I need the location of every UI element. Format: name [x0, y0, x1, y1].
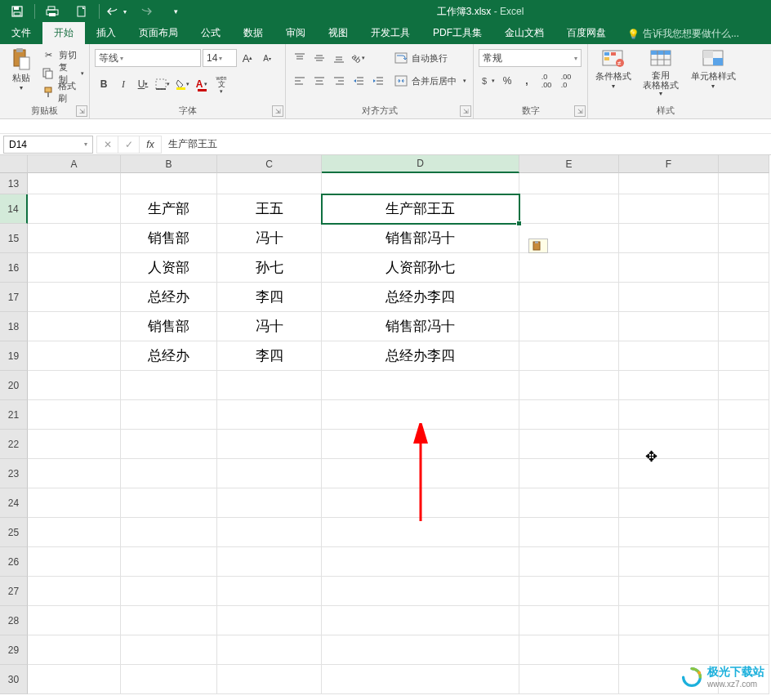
cell-G26[interactable]	[719, 547, 769, 577]
cell-D15[interactable]: 销售部冯十	[322, 224, 519, 253]
tab-baidu[interactable]: 百度网盘	[555, 22, 617, 44]
cell-D29[interactable]	[322, 635, 519, 665]
cell-G23[interactable]	[719, 459, 769, 488]
font-color-button[interactable]: A▾	[193, 75, 211, 93]
cell-C28[interactable]	[217, 606, 322, 635]
cell-G25[interactable]	[719, 518, 769, 547]
cell-E30[interactable]	[519, 665, 619, 694]
cell-D20[interactable]	[322, 371, 519, 400]
cell-styles-button[interactable]: 单元格样式▾	[689, 47, 738, 90]
cell-D23[interactable]	[322, 459, 519, 488]
cell-G29[interactable]	[719, 635, 769, 665]
border-button[interactable]: ▾	[154, 75, 172, 93]
cell-C19[interactable]: 李四	[217, 341, 322, 371]
cell-A13[interactable]	[28, 173, 121, 194]
row-header-19[interactable]: 19	[0, 341, 28, 371]
cell-E13[interactable]	[519, 173, 619, 194]
cell-A21[interactable]	[28, 400, 121, 430]
cell-E22[interactable]	[519, 430, 619, 459]
table-format-button[interactable]: 套用 表格格式▾	[637, 47, 685, 97]
phonetic-button[interactable]: wén文▾	[212, 75, 230, 93]
cell-D21[interactable]	[322, 400, 519, 430]
cell-A25[interactable]	[28, 518, 121, 547]
row-header-30[interactable]: 30	[0, 665, 28, 694]
cell-F19[interactable]	[619, 341, 719, 371]
tab-developer[interactable]: 开发工具	[359, 22, 421, 44]
cell-A28[interactable]	[28, 606, 121, 635]
cell-C18[interactable]: 冯十	[217, 312, 322, 341]
cell-C30[interactable]	[217, 665, 322, 694]
cell-A18[interactable]	[28, 312, 121, 341]
cell-C15[interactable]: 冯十	[217, 224, 322, 253]
accept-formula-button[interactable]: ✓	[118, 136, 140, 153]
cell-B27[interactable]	[121, 577, 217, 606]
col-header-G[interactable]	[719, 155, 769, 173]
cell-B16[interactable]: 人资部	[121, 253, 217, 283]
col-header-C[interactable]: C	[217, 155, 322, 173]
fill-color-button[interactable]: ▾	[173, 75, 191, 93]
cell-F26[interactable]	[619, 547, 719, 577]
cell-C14[interactable]: 王五	[217, 194, 322, 224]
cell-C16[interactable]: 孙七	[217, 253, 322, 283]
cell-F20[interactable]	[619, 371, 719, 400]
number-format-combo[interactable]: 常规▾	[479, 49, 582, 67]
cell-G24[interactable]	[719, 488, 769, 518]
undo-button[interactable]: ▾	[103, 0, 131, 23]
cell-E28[interactable]	[519, 606, 619, 635]
qat-customize[interactable]: ▾	[162, 0, 189, 23]
align-bottom-button[interactable]	[330, 49, 348, 67]
merge-center-button[interactable]: 合并后居中▾	[394, 72, 466, 90]
cell-A27[interactable]	[28, 577, 121, 606]
cell-G16[interactable]	[719, 253, 769, 283]
cell-G15[interactable]	[719, 224, 769, 253]
cell-F16[interactable]	[619, 253, 719, 283]
cell-C27[interactable]	[217, 577, 322, 606]
cell-F15[interactable]	[619, 224, 719, 253]
cell-E21[interactable]	[519, 400, 619, 430]
row-header-21[interactable]: 21	[0, 400, 28, 430]
tab-home[interactable]: 开始	[42, 22, 85, 44]
align-middle-button[interactable]	[310, 49, 328, 67]
cell-E17[interactable]	[519, 283, 619, 312]
row-header-24[interactable]: 24	[0, 488, 28, 518]
col-header-D[interactable]: D	[322, 155, 519, 173]
cell-E27[interactable]	[519, 577, 619, 606]
cell-D25[interactable]	[322, 518, 519, 547]
name-box[interactable]: D14 ▾	[3, 136, 93, 154]
percent-button[interactable]: %	[498, 72, 516, 90]
cell-E14[interactable]	[519, 194, 619, 224]
font-launcher[interactable]: ⇲	[272, 105, 283, 117]
save-button[interactable]	[3, 0, 31, 23]
cell-B28[interactable]	[121, 606, 217, 635]
cell-E20[interactable]	[519, 371, 619, 400]
format-painter-button[interactable]: 格式刷	[41, 83, 84, 101]
decrease-decimal-button[interactable]: .00.0	[557, 72, 575, 90]
row-header-15[interactable]: 15	[0, 224, 28, 253]
fx-button[interactable]: fx	[140, 136, 161, 153]
cell-B22[interactable]	[121, 430, 217, 459]
italic-button[interactable]: I	[114, 75, 132, 93]
cell-B29[interactable]	[121, 635, 217, 665]
cell-B14[interactable]: 生产部	[121, 194, 217, 224]
alignment-launcher[interactable]: ⇲	[460, 105, 471, 117]
wrap-text-button[interactable]: 自动换行	[394, 49, 466, 67]
cell-C26[interactable]	[217, 547, 322, 577]
cell-D26[interactable]	[322, 547, 519, 577]
row-header-27[interactable]: 27	[0, 577, 28, 606]
increase-indent-button[interactable]	[369, 72, 387, 90]
cell-F22[interactable]	[619, 430, 719, 459]
qat-print-button[interactable]	[38, 0, 66, 23]
align-left-button[interactable]	[291, 72, 309, 90]
cell-C23[interactable]	[217, 459, 322, 488]
tab-jinshan[interactable]: 金山文档	[493, 22, 555, 44]
cell-E19[interactable]	[519, 341, 619, 371]
cell-C25[interactable]	[217, 518, 322, 547]
cell-G14[interactable]	[719, 194, 769, 224]
row-header-14[interactable]: 14	[0, 194, 28, 224]
cell-D22[interactable]	[322, 430, 519, 459]
cell-A20[interactable]	[28, 371, 121, 400]
cell-D18[interactable]: 销售部冯十	[322, 312, 519, 341]
col-header-F[interactable]: F	[619, 155, 719, 173]
font-size-combo[interactable]: 14▾	[203, 49, 237, 67]
increase-font-button[interactable]: A▴	[238, 49, 256, 67]
